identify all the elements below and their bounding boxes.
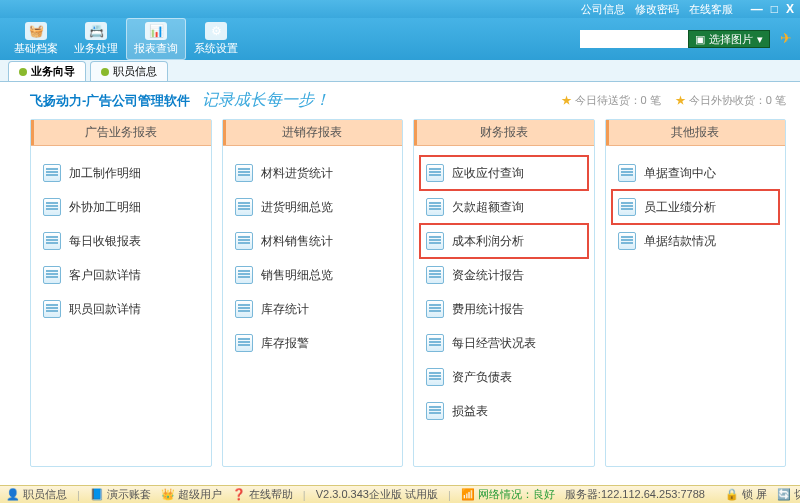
link-company-info[interactable]: 公司信息	[581, 2, 625, 17]
panel-body: 单据查询中心员工业绩分析单据结款情况	[606, 146, 786, 466]
report-icon	[235, 164, 253, 182]
status-user: 👑 超级用户	[161, 487, 222, 502]
title-bar: 公司信息 修改密码 在线客服 — □ X	[0, 0, 800, 18]
link-online-service[interactable]: 在线客服	[689, 2, 733, 17]
report-item[interactable]: 资金统计报告	[420, 258, 588, 292]
status-online-help[interactable]: ❓ 在线帮助	[232, 487, 293, 502]
report-item-label: 应收应付查询	[452, 165, 524, 182]
report-item[interactable]: 材料进货统计	[229, 156, 397, 190]
report-item[interactable]: 库存统计	[229, 292, 397, 326]
report-item[interactable]: 外协加工明细	[37, 190, 205, 224]
report-item[interactable]: 单据查询中心	[612, 156, 780, 190]
panel-header: 财务报表	[414, 120, 594, 146]
link-change-password[interactable]: 修改密码	[635, 2, 679, 17]
report-item[interactable]: 费用统计报告	[420, 292, 588, 326]
report-icon	[426, 266, 444, 284]
report-icon	[235, 334, 253, 352]
send-icon[interactable]: ✈	[780, 30, 792, 46]
report-item-label: 损益表	[452, 403, 488, 420]
stat-outsource-receive: 今日外协收货：0 笔	[675, 93, 786, 108]
report-item[interactable]: 材料销售统计	[229, 224, 397, 258]
report-item-label: 库存统计	[261, 301, 309, 318]
status-network: 📶 网络情况：良好	[461, 487, 555, 502]
report-item-label: 资产负债表	[452, 369, 512, 386]
separator: |	[77, 489, 80, 501]
report-icon	[426, 232, 444, 250]
report-item-label: 资金统计报告	[452, 267, 524, 284]
report-item[interactable]: 客户回款详情	[37, 258, 205, 292]
toolbar-report-query[interactable]: 📊 报表查询	[126, 18, 186, 60]
report-icon	[618, 198, 636, 216]
report-icon	[235, 198, 253, 216]
report-item-label: 材料进货统计	[261, 165, 333, 182]
report-icon	[235, 266, 253, 284]
report-icon	[426, 402, 444, 420]
tab-dot-icon	[101, 68, 109, 76]
toolbar-label: 系统设置	[194, 41, 238, 56]
report-item[interactable]: 员工业绩分析	[612, 190, 780, 224]
report-panel: 广告业务报表加工制作明细外协加工明细每日收银报表客户回款详情职员回款详情	[30, 119, 212, 467]
report-icon	[43, 300, 61, 318]
report-item[interactable]: 成本利润分析	[420, 224, 588, 258]
report-item[interactable]: 每日收银报表	[37, 224, 205, 258]
tab-business-guide[interactable]: 业务向导	[8, 61, 86, 81]
report-item-label: 单据结款情况	[644, 233, 716, 250]
tab-dot-icon	[19, 68, 27, 76]
report-item-label: 加工制作明细	[69, 165, 141, 182]
report-icon	[43, 198, 61, 216]
report-item[interactable]: 进货明细总览	[229, 190, 397, 224]
gear-icon: ⚙	[205, 22, 227, 40]
close-button[interactable]: X	[786, 2, 794, 16]
folder-icon: ▣	[695, 33, 705, 46]
toolbar-label: 基础档案	[14, 41, 58, 56]
panel-header: 进销存报表	[223, 120, 403, 146]
report-item[interactable]: 加工制作明细	[37, 156, 205, 190]
toolbar-business-process[interactable]: 📇 业务处理	[66, 18, 126, 60]
report-item-label: 材料销售统计	[261, 233, 333, 250]
status-staff-info[interactable]: 👤 职员信息	[6, 487, 67, 502]
report-item[interactable]: 损益表	[420, 394, 588, 428]
status-version: V2.3.0.343企业版 试用版	[316, 487, 438, 502]
toolbar-label: 业务处理	[74, 41, 118, 56]
lock-screen-button[interactable]: 🔒 锁 屏	[725, 487, 767, 502]
app-title: 飞扬动力-广告公司管理软件	[30, 93, 190, 108]
switch-user-button[interactable]: 🔄 切换用户	[777, 487, 800, 502]
report-item-label: 进货明细总览	[261, 199, 333, 216]
report-icon	[43, 164, 61, 182]
minimize-button[interactable]: —	[751, 2, 763, 16]
report-item[interactable]: 销售明细总览	[229, 258, 397, 292]
select-picture-button[interactable]: ▣ 选择图片 ▾	[688, 30, 770, 48]
toolbar-basic-archive[interactable]: 🧺 基础档案	[6, 18, 66, 60]
report-item[interactable]: 单据结款情况	[612, 224, 780, 258]
report-item-label: 库存报警	[261, 335, 309, 352]
report-item[interactable]: 库存报警	[229, 326, 397, 360]
report-icon	[426, 334, 444, 352]
card-icon: 📇	[85, 22, 107, 40]
report-item[interactable]: 欠款超额查询	[420, 190, 588, 224]
status-account-set[interactable]: 📘 演示账套	[90, 487, 151, 502]
report-item[interactable]: 职员回款详情	[37, 292, 205, 326]
main-content: 飞扬动力-广告公司管理软件 记录成长每一步！ 今日待送货：0 笔 今日外协收货：…	[0, 82, 800, 485]
maximize-button[interactable]: □	[771, 2, 778, 16]
report-item-label: 成本利润分析	[452, 233, 524, 250]
report-item-label: 职员回款详情	[69, 301, 141, 318]
search-input[interactable]	[580, 30, 690, 48]
report-panel: 其他报表单据查询中心员工业绩分析单据结款情况	[605, 119, 787, 467]
report-icon	[426, 368, 444, 386]
tab-staff-info[interactable]: 职员信息	[90, 61, 168, 81]
report-icon	[43, 266, 61, 284]
report-icon	[235, 232, 253, 250]
window-controls: — □ X	[751, 2, 794, 16]
tab-label: 业务向导	[31, 64, 75, 79]
report-item-label: 外协加工明细	[69, 199, 141, 216]
report-item[interactable]: 每日经营状况表	[420, 326, 588, 360]
panel-header: 广告业务报表	[31, 120, 211, 146]
slogan-text: 记录成长每一步！	[202, 91, 330, 108]
toolbar-system-settings[interactable]: ⚙ 系统设置	[186, 18, 246, 60]
status-bar: 👤 职员信息 | 📘 演示账套 👑 超级用户 ❓ 在线帮助 | V2.3.0.3…	[0, 485, 800, 503]
chevron-down-icon: ▾	[757, 33, 763, 46]
panel-body: 应收应付查询欠款超额查询成本利润分析资金统计报告费用统计报告每日经营状况表资产负…	[414, 146, 594, 466]
report-item[interactable]: 应收应付查询	[420, 156, 588, 190]
status-server: 服务器:122.112.64.253:7788	[565, 487, 705, 502]
report-item[interactable]: 资产负债表	[420, 360, 588, 394]
